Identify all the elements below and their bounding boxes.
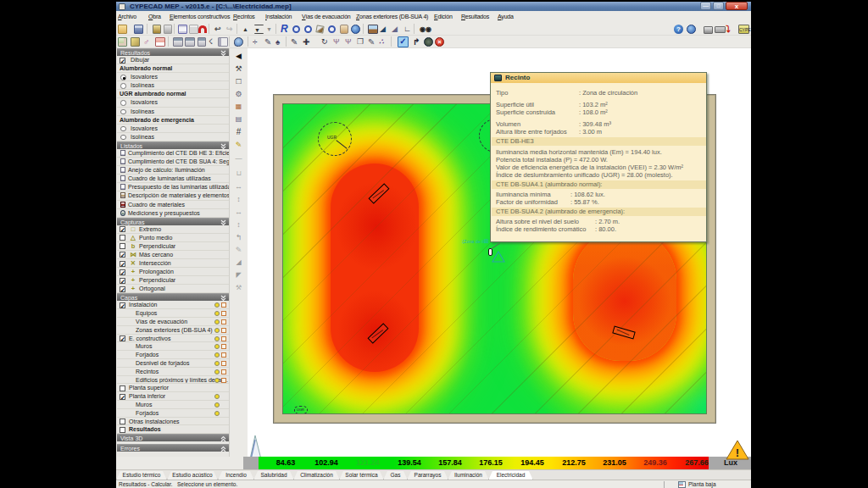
svg-text:!: ! — [736, 446, 739, 459]
